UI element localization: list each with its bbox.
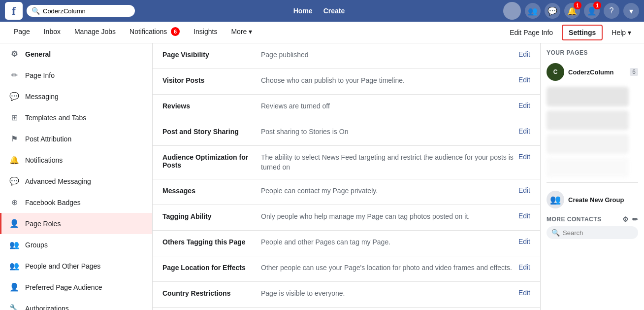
settings-row-value: Other people can use your Page's locatio… [261, 263, 518, 273]
more-contacts-section: MORE CONTACTS ⚙ ✏ [547, 215, 638, 223]
settings-row-value: Post sharing to Stories is On [261, 127, 518, 137]
settings-row-edit[interactable]: Edit [518, 50, 530, 58]
sidebar-item-page-roles[interactable]: 👤 Page Roles [0, 213, 152, 234]
create-new-group-row[interactable]: 👥 Create New Group [547, 188, 638, 211]
settings-row-value: Only people who help manage my Page can … [261, 212, 518, 222]
friend-requests-icon-btn[interactable]: 👤1 [584, 3, 600, 19]
sidebar-item-groups[interactable]: 👥 Groups [0, 234, 152, 255]
your-pages-title: YOUR PAGES [547, 49, 638, 56]
sidebar-item-templates-tabs[interactable]: ⊞ Templates and Tabs [0, 107, 152, 128]
friend-requests-badge: 1 [593, 1, 601, 9]
settings-row: Age RestrictionsPage is shown to everyon… [153, 308, 540, 310]
settings-row-value: Reviews are turned off [261, 102, 518, 111]
create-group-label: Create New Group [568, 196, 624, 204]
page-notif-badge: 6 [171, 27, 180, 36]
sidebar-label-people-other-pages: People and Other Pages [25, 262, 100, 270]
sidebar-label-groups: Groups [25, 241, 48, 249]
inbox-tab[interactable]: Inbox [38, 22, 66, 43]
page-tab[interactable]: Page [8, 22, 36, 43]
settings-row-edit[interactable]: Edit [518, 263, 530, 271]
settings-row-label: Post and Story Sharing [162, 127, 261, 136]
settings-row-label: Audience Optimization for Posts [162, 153, 261, 169]
search-input[interactable] [43, 7, 130, 15]
badge-icon: ⊕ [9, 198, 19, 207]
sidebar-item-messaging[interactable]: 💬 Messaging [0, 86, 152, 107]
settings-row: ReviewsReviews are turned offEdit [153, 95, 540, 120]
settings-row-edit[interactable]: Edit [518, 127, 530, 135]
settings-row: Others Tagging this PagePeople and other… [153, 231, 540, 256]
pencil-icon: ✏ [9, 70, 19, 80]
search-contacts-icon: 🔍 [551, 229, 560, 237]
settings-row-label: Messages [162, 186, 261, 195]
more-contacts-title: MORE CONTACTS [547, 216, 602, 223]
page-entry-coderzcolumn[interactable]: C CoderzColumn 6 [547, 61, 638, 83]
settings-button[interactable]: Settings [562, 25, 603, 40]
user-avatar[interactable] [503, 2, 521, 20]
more-contacts-icons: ⚙ ✏ [622, 215, 638, 223]
sidebar-item-notifications[interactable]: 🔔 Notifications [0, 149, 152, 171]
sidebar-item-post-attribution[interactable]: ⚑ Post Attribution [0, 128, 152, 149]
settings-row: Visitor PostsChoose who can publish to y… [153, 69, 540, 95]
notifications-icon-btn[interactable]: 🔔 1 [564, 3, 580, 19]
create-link[interactable]: Create [320, 5, 349, 17]
sidebar-item-general[interactable]: ⚙ General [0, 43, 152, 65]
settings-row: Tagging AbilityOnly people who help mana… [153, 205, 540, 231]
page-count: 6 [630, 68, 638, 76]
insights-tab[interactable]: Insights [188, 22, 223, 43]
settings-row-value: Choose who can publish to your Page time… [261, 76, 518, 86]
notifications-badge: 1 [574, 1, 581, 9]
people-icon: 👥 [9, 261, 19, 271]
home-link[interactable]: Home [290, 5, 317, 17]
help-icon-btn[interactable]: ? [604, 3, 619, 19]
manage-jobs-tab[interactable]: Manage Jobs [68, 22, 122, 43]
sidebar-item-people-other-pages[interactable]: 👥 People and Other Pages [0, 255, 152, 276]
settings-row-edit[interactable]: Edit [518, 102, 530, 109]
groups-icon: 👥 [9, 240, 19, 249]
page-name: CoderzColumn [568, 69, 626, 76]
settings-row-edit[interactable]: Edit [518, 76, 530, 84]
flag-icon: ⚑ [9, 134, 19, 143]
settings-row: Country RestrictionsPage is visible to e… [153, 282, 540, 308]
messenger-icon-btn[interactable]: 💬 [545, 3, 560, 19]
settings-row-edit[interactable]: Edit [518, 212, 530, 220]
contacts-settings-icon[interactable]: ⚙ [622, 215, 629, 223]
create-group-icon: 👥 [547, 191, 564, 208]
page-avatar: C [547, 63, 564, 81]
settings-content: Page VisibilityPage publishedEditVisitor… [153, 43, 541, 310]
settings-row-edit[interactable]: Edit [518, 238, 530, 245]
main-layout: ⚙ General ✏ Page Info 💬 Messaging ⊞ Temp… [0, 43, 644, 310]
sidebar-item-preferred-page-audience[interactable]: 👤 Preferred Page Audience [0, 276, 152, 298]
settings-row: Audience Optimization for PostsThe abili… [153, 146, 540, 179]
settings-row-label: Country Restrictions [162, 289, 261, 297]
settings-row-value: People and other Pages can tag my Page. [261, 238, 518, 247]
sidebar-label-general: General [25, 50, 51, 58]
sidebar-item-facebook-badges[interactable]: ⊕ Facebook Badges [0, 192, 152, 213]
settings-row-label: Tagging Ability [162, 212, 261, 220]
top-nav-right: 👥 💬 🔔 1 👤1 ? ▾ [503, 2, 639, 20]
contacts-edit-icon[interactable]: ✏ [632, 215, 639, 223]
sidebar-item-authorizations[interactable]: 🔧 Authorizations [0, 298, 152, 310]
blurred-page-2 [547, 110, 629, 130]
settings-row-edit[interactable]: Edit [518, 289, 530, 297]
more-icon-btn[interactable]: ▾ [623, 3, 639, 19]
friends-icon-btn[interactable]: 👥 [525, 3, 541, 19]
facebook-logo: f [5, 2, 23, 20]
edit-page-info-button[interactable]: Edit Page Info [505, 26, 558, 39]
sidebar-item-advanced-messaging[interactable]: 💬 Advanced Messaging [0, 171, 152, 192]
gear-icon: ⚙ [9, 49, 19, 59]
help-button[interactable]: Help ▾ [607, 26, 636, 39]
sidebar-item-page-info[interactable]: ✏ Page Info [0, 65, 152, 86]
notifications-tab[interactable]: Notifications 6 [124, 22, 186, 43]
chat-icon: 💬 [9, 92, 19, 101]
settings-row: MessagesPeople can contact my Page priva… [153, 179, 540, 205]
search-contacts-input[interactable] [563, 229, 633, 237]
search-bar[interactable]: 🔍 [27, 5, 135, 17]
settings-row-edit[interactable]: Edit [518, 153, 530, 161]
search-icon: 🔍 [32, 7, 40, 15]
settings-row-label: Reviews [162, 102, 261, 110]
more-tab[interactable]: More ▾ [225, 22, 258, 43]
search-contacts-bar[interactable]: 🔍 [547, 226, 638, 239]
blurred-page-3 [547, 134, 629, 154]
sidebar: ⚙ General ✏ Page Info 💬 Messaging ⊞ Temp… [0, 43, 153, 310]
settings-row-edit[interactable]: Edit [518, 186, 530, 194]
